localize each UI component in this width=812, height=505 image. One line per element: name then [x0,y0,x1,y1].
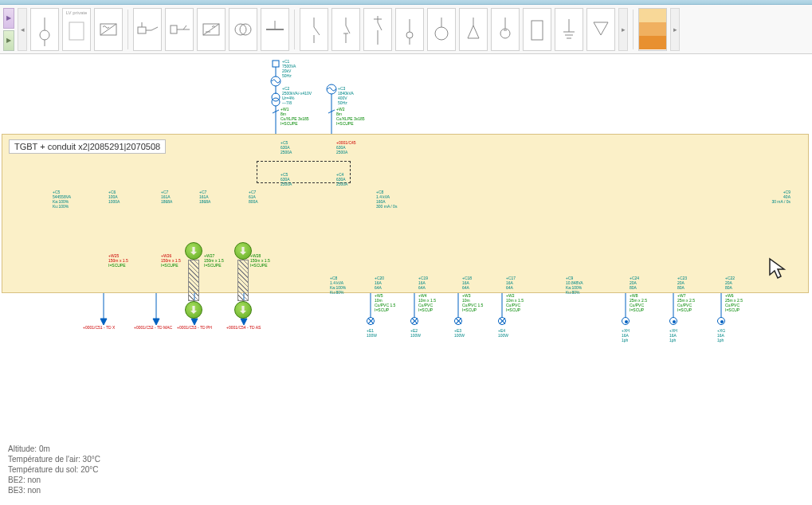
socket-icon [669,317,677,325]
svg-point-53 [327,84,336,94]
pin-icon[interactable] [185,242,202,260]
sb2-l2: +XG16A1ph [717,328,725,343]
out3w: +W27150m x 1.5I=SCUPE [204,253,224,268]
palette-scroll-right[interactable]: ▸ [618,8,628,51]
svg-line-52 [273,110,279,113]
c9-sub: +C910.848VAKa:100%Ku:80% [566,276,583,295]
sb1-l0: +E1100W [367,328,377,338]
label-cable1: +W18mCu/XLPE 3x185I=SCUPE [280,107,309,126]
symbol-load-generic[interactable] [491,8,520,51]
symbol-inverter[interactable] [197,8,226,51]
svg-rect-45 [273,61,279,67]
dest4: +0001/C54 - TD AS [226,325,261,330]
pin-icon[interactable] [234,242,252,260]
symbol-breaker[interactable] [165,8,194,51]
svg-rect-3 [69,22,84,40]
lamp-icon [454,317,462,325]
svg-marker-85 [241,319,247,325]
out2w: +W26150m x 1.5I=SCUPE [161,253,181,268]
symbol-converter[interactable] [94,8,123,51]
out1w: +W25150m x 1.5I=SCUPE [108,253,128,268]
palette-color-scroll[interactable]: ▸ [670,8,680,51]
sb1-w2: +W310mCu/PVC 1.5I=SCUP [462,293,483,312]
sb2-c2: +C2220A80A [725,276,735,290]
svg-rect-6 [138,27,146,33]
symbol-lv-private[interactable]: LV private [62,8,91,51]
label-c3: +C31840kVA400V50Hz [338,86,354,105]
svg-marker-81 [191,319,198,325]
palette-mode-b[interactable]: ▶ [3,30,14,51]
symbol-panel[interactable] [523,8,551,51]
svg-marker-77 [153,319,159,325]
label-cable2: +W28mCu/XLPE 3x185I=SCUPE [336,107,365,126]
status-altitude: Altitude: 0m [8,444,100,454]
palette-color-swatch[interactable] [638,8,667,51]
conduit-label: TGBT + conduit x2|2085291|2070508 [9,139,166,154]
svg-point-17 [240,24,251,35]
c8-sub: +C81.4 kVAKa:100%Ku:80% [330,276,346,295]
svg-line-5 [100,24,116,35]
symbol-motor[interactable] [427,8,456,51]
label-c1: +C17500VA20kV50Hz [282,59,296,78]
feeder4: +C761A800A [249,190,258,204]
symbol-fuse-switch[interactable] [363,8,392,51]
svg-point-0 [40,30,49,40]
svg-point-32 [406,32,413,38]
svg-line-55 [328,110,335,113]
sb2-c1: +C2320A80A [677,276,687,290]
svg-point-50 [272,98,280,106]
label-xfmr: +C22500kVA/-x410VUr=4%—7/8 [282,86,312,105]
symbol-arrow-down[interactable] [586,8,615,51]
status-panel: Altitude: 0m Température de l'air: 30°C … [8,444,100,495]
sb1-l2: +E3100W [454,328,465,338]
conduit-container[interactable]: TGBT + conduit x2|2085291|2070508 [2,134,809,293]
symbol-transformer[interactable] [229,8,257,51]
svg-rect-10 [171,25,177,33]
sb1-c3: +C1716A64A [506,276,516,290]
palette-mode-a[interactable]: ▶ [3,8,14,29]
socket-icon [622,317,630,325]
lbl-c45: +0001/C45630A2500A [336,140,356,155]
svg-line-8 [151,27,158,30]
status-ground-temp: Température du sol: 20°C [8,464,100,475]
c9-head: +C940A30 mA / 0s [771,190,790,204]
symbol-bus[interactable] [261,8,289,51]
symbol-earth[interactable] [555,8,583,51]
svg-point-47 [271,76,280,86]
feeder3: +C7161A1868A [199,190,210,204]
feeder0: +C5544558VAKa:100%Ku:100% [53,190,71,209]
svg-point-49 [272,93,280,101]
symbol-delta[interactable] [459,8,488,51]
out4w: +W28150m x 1.5I=SCUPE [250,253,270,268]
symbol-contactor[interactable] [133,8,162,51]
pin-icon[interactable] [185,301,202,319]
socket-icon [717,317,725,325]
sb1-c0: +C2016A64A [375,276,384,290]
diagram-canvas[interactable]: +C17500VA20kV50Hz +C22500kVA/-x410VUr=4%… [0,54,812,505]
symbol-disconnect[interactable] [331,8,360,51]
conduit-hatch [188,260,199,301]
svg-line-24 [346,25,350,33]
lamp-icon [410,317,418,325]
sb1-l3: +E4100W [498,328,508,338]
lbl-tie1b: +C5630A2500A [280,172,292,186]
symbol-source[interactable] [30,8,59,51]
svg-line-12 [183,25,186,29]
feeder2: +C7161A1868A [161,190,172,204]
dest2: +0001/C52 - TD MAC [134,325,172,330]
sb2-l0: +XH16A1ph [622,328,630,343]
sb2-w1: +W725m x 2.5Cu/PVCI=SCUP [677,293,695,312]
lbl-tie1: +C5630A2500A [280,140,292,155]
palette-scroll-left[interactable]: ◂ [18,8,27,51]
status-air-temp: Température de l'air: 30°C [8,454,100,464]
symbol-switch[interactable] [300,8,328,51]
sb1-w0: +W510mCu/PVC 1.5I=SCUP [375,293,395,312]
pin-icon[interactable] [234,301,252,319]
svg-point-34 [435,27,448,40]
sb2-w0: +W825m x 2.5Cu/PVCI=SCUP [630,293,647,312]
svg-line-21 [314,27,320,35]
sb2-c0: +C2420A80A [630,276,639,290]
sb2-w2: +W625m x 2.5Cu/PVCI=SCUP [725,293,743,312]
sb1-w3: +W210m x 1.5Cu/PVCI=SCUP [506,293,524,312]
symbol-ground[interactable] [395,8,424,51]
